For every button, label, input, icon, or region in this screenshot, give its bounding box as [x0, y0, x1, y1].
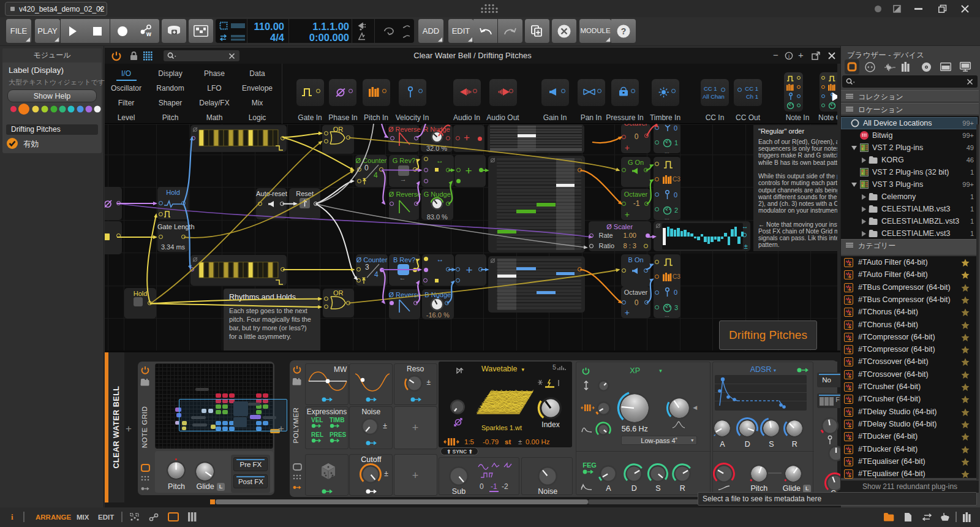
svg-text:i: i: [788, 53, 790, 59]
svg-text:w: w: [146, 31, 151, 37]
svg-text:?: ?: [621, 26, 627, 36]
